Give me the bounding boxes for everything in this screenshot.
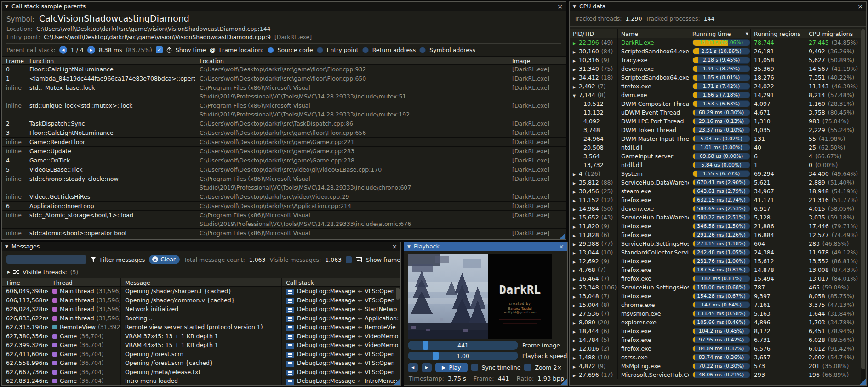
collapse-icon[interactable]: ▼ xyxy=(5,244,8,249)
resize-grip[interactable] xyxy=(860,379,866,385)
playback-titlebar[interactable]: ▼ Playback × xyxy=(404,242,567,251)
frame-image-slider[interactable]: 441 xyxy=(408,341,518,350)
location-value[interactable]: C:\Users\wolf\Desktop\darkrl\src\game\vi… xyxy=(36,25,270,32)
expand-toggle-icon[interactable]: ▶ xyxy=(573,231,579,239)
close-icon[interactable]: × xyxy=(392,243,397,250)
playback-speed-slider[interactable]: 1.00 xyxy=(408,352,518,360)
callstack-list-icon[interactable] xyxy=(286,307,294,313)
callstack-list-icon[interactable] xyxy=(286,298,294,304)
callstack-frame-row[interactable]: 6Application::InnerLoopC:\Users\wolf\Des… xyxy=(2,202,566,211)
expand-toggle-icon[interactable]: ▶ xyxy=(573,371,579,379)
cpu-scrollbar[interactable] xyxy=(861,29,865,383)
cpu-row[interactable]: 20,508ntdll.dll1.01 ms (0.00%)4025(62.50… xyxy=(570,143,861,152)
message-time-cell[interactable]: 627,380,356ns xyxy=(2,332,48,341)
entry-point-value[interactable]: C:\Users\wolf\Desktop\darkrl\src\game\vi… xyxy=(44,34,271,40)
callstack-caller[interactable]: VFS::Open xyxy=(365,351,394,358)
message-time-cell[interactable]: 606,049,398ns xyxy=(2,287,48,296)
expand-toggle-icon[interactable]: ▶ xyxy=(573,284,579,292)
callstack-list-icon[interactable] xyxy=(286,361,294,367)
cpu-scrollbar-thumb[interactable] xyxy=(861,29,865,369)
col-name[interactable]: Name xyxy=(617,29,689,38)
expand-toggle-icon[interactable]: ▶ xyxy=(573,363,579,370)
callstack-function[interactable]: DebugLog::Message xyxy=(297,323,355,330)
zoom-2x-checkbox[interactable] xyxy=(524,364,531,371)
collapse-icon[interactable]: ▼ xyxy=(573,4,576,9)
messages-scrollbar-thumb[interactable] xyxy=(396,288,400,300)
radio-return-address-label[interactable]: Return address xyxy=(372,46,416,53)
radio-entry-point-label[interactable]: Entry point xyxy=(327,46,359,53)
callstack-function[interactable]: DebugLog::Message xyxy=(297,306,355,312)
expand-toggle-icon[interactable]: ▶ xyxy=(573,301,579,309)
expand-toggle-icon[interactable]: ▶ xyxy=(573,310,579,318)
message-time-cell[interactable]: 627,313,190ns xyxy=(2,323,48,332)
message-time-cell[interactable]: 627,558,996ns xyxy=(2,358,48,368)
cpu-row[interactable]: ▶35,812(88)ServiceHub.DataWarehou670.41 … xyxy=(570,178,861,187)
cpu-row[interactable]: ▶30,160(84)ScriptedSandbox64.exe2.51 s (… xyxy=(570,47,861,56)
callstack-list-icon[interactable] xyxy=(286,334,294,340)
callstack-caller[interactable]: StartNetwo xyxy=(365,306,397,312)
cpu-row[interactable]: ▶13,044(10)StandardCollector.Servic242.4… xyxy=(570,248,861,257)
callstack-caller[interactable]: VFS::Open xyxy=(365,359,394,366)
close-icon[interactable]: × xyxy=(559,243,564,250)
expand-toggle-icon[interactable]: ▶ xyxy=(573,328,579,335)
cpu-row[interactable]: 3,564GameInput server69.68 us (0.00%)64(… xyxy=(570,152,861,161)
expand-toggle-icon[interactable]: ▶ xyxy=(573,249,579,257)
message-time-cell[interactable]: 627,399,326ns xyxy=(2,341,48,350)
callstack-list-icon[interactable] xyxy=(286,316,294,322)
cpu-row[interactable]: ▶30,456(25)steam.exe643.61 ms (2.79%)34,… xyxy=(570,187,861,196)
cpu-row[interactable]: ▶4(126)System1.55 s (6.70%)69,29434,400(… xyxy=(570,169,861,178)
callstack-caller[interactable]: VFS::Open xyxy=(365,297,394,304)
callstack-frame-row[interactable]: 5VideoGLBase::TickC:\Users\wolf\Desktop\… xyxy=(2,165,566,174)
cpu-row[interactable]: ▶1,488(10)csrss.exe83.74 ms (0.36%)3,657… xyxy=(570,353,861,362)
cpu-row[interactable]: 10,512DWM Compositor Thread1.53 s (6.63%… xyxy=(570,99,861,108)
callstack-function[interactable]: DebugLog::Message xyxy=(297,369,355,375)
close-icon[interactable]: × xyxy=(857,3,863,10)
callstack-function[interactable]: DebugLog::Message xyxy=(297,377,355,384)
expand-toggle-icon[interactable]: ▶ xyxy=(573,205,579,213)
callstack-function[interactable]: DebugLog::Message xyxy=(297,297,355,304)
message-time-cell[interactable]: 626,833,622ns xyxy=(2,314,48,323)
expand-toggle-icon[interactable]: ▶ xyxy=(573,336,579,344)
callstack-caller[interactable]: RemoteVie xyxy=(365,323,396,330)
play-button[interactable]: ▶ Play xyxy=(435,363,468,372)
cpu-row[interactable]: ▶16,464(7)firefox.exe187 ms (0.81%)15,49… xyxy=(570,274,861,283)
radio-symbol-address[interactable] xyxy=(419,47,426,53)
callstack-caller[interactable]: VFS::Open xyxy=(365,369,394,375)
collapse-icon[interactable]: ▼ xyxy=(5,4,8,9)
cpu-row[interactable]: ▶8,080(20)explorer.exe105.66 ms (0.46%)4… xyxy=(570,318,861,327)
cpu-row[interactable]: ▶15,652(43)ServiceHub.DataWarehou580.22 … xyxy=(570,213,861,222)
cpu-row[interactable]: ▶11,820(9)firefox.exe346.58 ms (1.50%)21… xyxy=(570,222,861,231)
expand-toggle-icon[interactable]: ▶ xyxy=(573,74,579,82)
col-cpu-migrations[interactable]: CPU migrations xyxy=(805,29,861,38)
expand-toggle-icon[interactable]: ▶ xyxy=(573,266,579,274)
callstack-caller[interactable]: VideoMemo xyxy=(365,341,398,348)
message-time-cell[interactable]: 606,117,568ns xyxy=(2,296,48,305)
resize-grip[interactable] xyxy=(561,379,567,385)
visible-threads-label[interactable]: Visible threads: xyxy=(23,269,67,276)
cpu-row[interactable]: ▶14,784(5)firefox.exe97.95 ms (0.42%)6,7… xyxy=(570,335,861,344)
cpu-row[interactable]: 13,132uDWM Event Thread68.29 ms (0.30%)4… xyxy=(570,108,861,117)
message-time-cell[interactable]: 627,411,606ns xyxy=(2,350,48,359)
step-back-button[interactable]: ◀ xyxy=(408,363,418,372)
callstack-list-icon[interactable] xyxy=(286,289,294,295)
callstack-frame-row[interactable]: inlinestd::unique_lock<std::mutex>::lock… xyxy=(2,101,566,119)
expand-toggle-icon[interactable]: ▼ xyxy=(573,92,579,99)
cpu-row[interactable]: ▶27,696(17)Microsoft.ServiceHub.Co48.06 … xyxy=(570,370,861,379)
prev-callstack-button[interactable]: ◀ xyxy=(59,46,67,54)
cpu-row[interactable]: ▶23,348(106)ServiceHub.SettingsHost158.0… xyxy=(570,283,861,292)
cpu-row[interactable]: ▶34,412(18)ScriptedSandbox64.exe1.85 s (… xyxy=(570,73,861,82)
callstack-frame-row[interactable]: inlinestd::_Mutex_base::lockC:\Program F… xyxy=(2,83,566,101)
callstack-list-icon[interactable] xyxy=(286,343,294,349)
cpu-row[interactable]: ▶4,872(9)MsMpEng.exe70.22 ms (0.30%)5732… xyxy=(570,362,861,370)
resize-grip[interactable] xyxy=(394,379,400,385)
col-running-time[interactable]: Running time ▼ xyxy=(689,29,750,38)
callstack-frame-row[interactable]: 1<lambda_84a19dc444fae966ca174e83e708bdc… xyxy=(2,74,566,83)
radio-entry-point[interactable] xyxy=(317,47,323,53)
col-message[interactable]: Message xyxy=(120,278,281,286)
cpu-row[interactable]: ▶15,004(8)chrome.exe147 ms (0.64%)7,1613… xyxy=(570,300,861,309)
cpu-row[interactable]: ▶10,316(9)Tracy.exe2.18 s (9.45%)11,0585… xyxy=(570,56,861,64)
expand-toggle-icon[interactable]: ▶ xyxy=(573,196,579,204)
expand-toggle-icon[interactable]: ▶ xyxy=(573,293,579,300)
step-forward-button[interactable]: ▶ xyxy=(422,363,432,372)
cpu-row[interactable]: ▶13,048(7)firefox.exe154.28 ms (0.67%)9,… xyxy=(570,292,861,300)
